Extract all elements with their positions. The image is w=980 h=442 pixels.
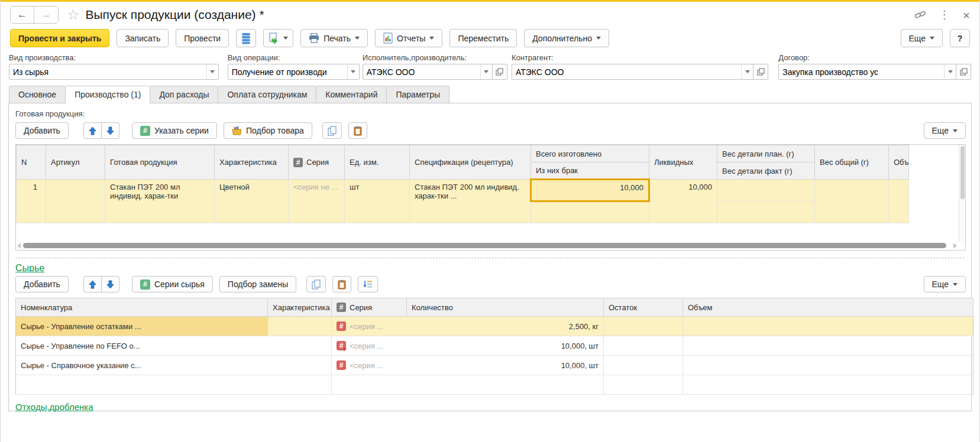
add-product-button[interactable]: Добавить [15, 122, 69, 139]
copy-rows-button[interactable] [322, 122, 342, 139]
cell-charact[interactable] [268, 336, 332, 356]
col-header-weight-plan[interactable]: Вес детали план. (г) [717, 145, 815, 162]
col-header-product[interactable]: Готовая продукция [105, 145, 215, 180]
cell-series[interactable]: # <серия ... [332, 356, 407, 375]
col-header-unit[interactable]: Ед. изм. [345, 145, 410, 180]
scroll-right-icon[interactable] [953, 243, 957, 249]
tab-main[interactable]: Основное [9, 86, 66, 103]
more-button[interactable]: Еще [901, 29, 943, 47]
cell-liquid[interactable]: 10,000 [649, 180, 717, 223]
col-header-charact[interactable]: Характеристика [268, 298, 332, 317]
cell-rest[interactable] [604, 356, 683, 375]
paste-rows-button[interactable] [348, 122, 367, 139]
col-header-spec[interactable]: Спецификация (рецептура) [410, 145, 531, 180]
cell-defect[interactable] [531, 202, 649, 223]
material-row[interactable]: Сырье - Управление по FEFO о... #F <сери… [16, 336, 973, 356]
cell-qty[interactable]: 10,000, шт [407, 336, 604, 356]
cell-spec[interactable]: Стакан ПЭТ 200 мл индивид. харак-тки ... [410, 180, 531, 223]
post-button[interactable]: Провести [176, 29, 229, 47]
waste-section-link[interactable]: Отходы,дробленка [15, 402, 93, 412]
cell-unit[interactable]: шт [345, 180, 410, 223]
forward-button[interactable]: → [34, 6, 58, 23]
col-header-series[interactable]: # Серия [332, 298, 407, 317]
cell-series[interactable]: #F <серия ... [332, 336, 407, 356]
finished-goods-row[interactable]: 1 Стакан ПЭТ 200 мл индивид. харак-тки Ц… [17, 180, 909, 202]
cell-weight-plan[interactable] [717, 180, 815, 202]
tab-parameters[interactable]: Параметры [387, 86, 449, 103]
contract-dropdown[interactable] [944, 64, 956, 79]
col-header-volume[interactable]: Объ [889, 145, 909, 180]
save-button[interactable]: Записать [117, 29, 169, 47]
move-button[interactable]: Переместить [449, 29, 517, 47]
operation-type-input[interactable]: Получение от производи [228, 64, 347, 79]
get-link-icon[interactable] [914, 9, 926, 20]
substitute-pick-button[interactable]: Подбор замены [219, 276, 297, 292]
material-move-up-button[interactable] [83, 276, 102, 292]
contract-open-button[interactable] [956, 64, 971, 79]
contract-input[interactable]: Закупка производство ус [779, 64, 944, 79]
show-register-records-button[interactable] [236, 29, 256, 47]
material-row[interactable]: Сырье - Справочное указание с... # <сери… [16, 356, 973, 375]
cell-product[interactable]: Стакан ПЭТ 200 мл индивид. харак-тки [105, 180, 215, 223]
tab-extra-costs[interactable]: Доп расходы [150, 86, 218, 103]
tab-production[interactable]: Производство (1) [66, 86, 150, 103]
materials-more-button[interactable]: Еще [924, 276, 966, 292]
counterparty-dropdown[interactable] [741, 64, 753, 79]
finished-goods-more-button[interactable]: Еще [924, 122, 966, 139]
move-down-button[interactable] [101, 122, 119, 139]
cell-sku[interactable] [46, 180, 105, 223]
cell-total-selected[interactable]: 10,000 [531, 180, 649, 202]
cell-charact[interactable]: Цветной [215, 180, 289, 223]
col-header-sku[interactable]: Артикул [46, 145, 105, 180]
cell-weight-total[interactable] [815, 180, 889, 223]
scroll-left-icon[interactable] [17, 243, 21, 249]
favorite-star-icon[interactable]: ☆ [67, 8, 80, 22]
reports-button[interactable]: Отчеты [375, 29, 442, 47]
material-row[interactable]: Сырье - Управление остатками ... # <сери… [16, 317, 973, 336]
cell-qty[interactable]: 10,000, шт [407, 356, 604, 375]
col-header-weight-fact[interactable]: Вес детали факт (г) [717, 162, 815, 180]
additional-button[interactable]: Дополнительно [524, 29, 609, 47]
executor-dropdown[interactable] [480, 64, 492, 79]
executor-input[interactable]: АТЭКС ООО [363, 64, 480, 79]
col-header-n[interactable]: N [17, 145, 46, 180]
col-header-nomenclature[interactable]: Номенклатура [16, 298, 268, 317]
cell-charact[interactable] [268, 356, 332, 375]
counterparty-input[interactable]: АТЭКС ООО [512, 64, 741, 79]
cell-rest[interactable] [604, 317, 683, 336]
window-menu-icon[interactable]: ⋮ [939, 9, 950, 20]
move-up-button[interactable] [83, 122, 102, 139]
cell-volume[interactable] [683, 336, 973, 356]
cell-n[interactable]: 1 [17, 180, 46, 223]
tab-employee-pay[interactable]: Оплата сотрудникам [218, 86, 316, 103]
help-button[interactable]: ? [950, 29, 970, 47]
sort-rows-button[interactable] [358, 276, 378, 292]
add-material-button[interactable]: Добавить [15, 276, 69, 292]
cell-volume[interactable] [683, 317, 973, 336]
col-header-defect[interactable]: Из них брак [531, 162, 649, 180]
close-icon[interactable]: × [963, 9, 970, 21]
back-button[interactable]: ← [11, 6, 34, 23]
material-move-down-button[interactable] [101, 276, 119, 292]
cell-series[interactable]: <серия не ... [289, 180, 345, 223]
finished-goods-vertical-scrollbar[interactable] [959, 145, 965, 242]
col-header-volume[interactable]: Объем [683, 298, 973, 317]
cell-series[interactable]: # <серия ... [332, 317, 407, 336]
cell-qty[interactable]: 2,500, кг [407, 317, 604, 336]
finished-goods-horizontal-scrollbar[interactable] [17, 242, 957, 249]
materials-section-link[interactable]: Сырье [15, 263, 44, 274]
material-series-button[interactable]: # Серии сырья [132, 276, 213, 292]
cell-charact[interactable] [268, 317, 332, 336]
cell-rest[interactable] [604, 336, 683, 356]
production-type-dropdown[interactable] [206, 64, 218, 79]
col-header-rest[interactable]: Остаток [604, 298, 683, 317]
post-and-close-button[interactable]: Провести и закрыть [10, 29, 109, 47]
cell-nomenclature[interactable]: Сырье - Справочное указание с... [16, 356, 268, 375]
cell-volume[interactable] [889, 180, 909, 223]
cell-weight-fact[interactable] [717, 202, 815, 223]
col-header-charact[interactable]: Характеристика [215, 145, 289, 180]
set-series-button[interactable]: # Указать серии [132, 122, 217, 139]
pick-goods-button[interactable]: Подбор товара [224, 122, 312, 139]
tab-comment[interactable]: Комментарий [316, 86, 387, 103]
col-header-series[interactable]: # Серия [289, 145, 345, 180]
